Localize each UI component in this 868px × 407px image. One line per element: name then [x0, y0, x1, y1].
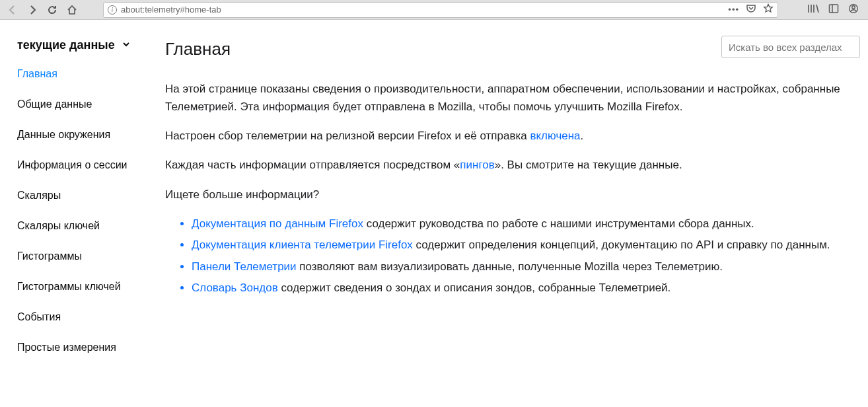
intro-paragraph: На этой странице показаны сведения о про…: [165, 81, 861, 116]
bookmark-star-icon[interactable]: [763, 3, 774, 16]
back-button[interactable]: [4, 2, 21, 18]
sidebar-icon[interactable]: [828, 3, 839, 17]
home-button[interactable]: [63, 2, 81, 18]
more-info-heading: Ищете больше информации?: [165, 186, 861, 204]
pocket-icon[interactable]: [746, 3, 756, 16]
search-input[interactable]: [721, 36, 860, 58]
list-item: Словарь Зондов содержит сведения о зонда…: [192, 279, 861, 297]
page-body: текущие данные Главная Общие данные Данн…: [0, 20, 868, 407]
url-actions: •••: [728, 3, 774, 16]
svg-point-2: [852, 5, 855, 8]
upload-status-paragraph: Настроен сбор телеметрии на релизной вер…: [165, 128, 861, 145]
chevron-down-icon: [122, 38, 131, 52]
sidebar-item-scalars[interactable]: Скаляры: [17, 190, 152, 202]
pings-link[interactable]: пингов: [460, 159, 494, 171]
upload-enabled-link[interactable]: включена: [530, 130, 580, 142]
sidebar-header[interactable]: текущие данные: [17, 38, 152, 52]
sidebar-item-keyed-histograms[interactable]: Гистограммы ключей: [17, 281, 152, 293]
ellipsis-icon[interactable]: •••: [728, 5, 739, 15]
browser-toolbar: i about:telemetry#home-tab •••: [0, 0, 868, 20]
info-links-list: Документация по данным Firefox содержит …: [192, 215, 861, 297]
sidebar-item-home[interactable]: Главная: [17, 68, 152, 80]
list-item: Панели Телеметрии позволяют вам визуализ…: [192, 258, 861, 276]
sidebar-item-general[interactable]: Общие данные: [17, 98, 152, 110]
telemetry-dashboards-link[interactable]: Панели Телеметрии: [192, 260, 297, 273]
sidebar-item-environment[interactable]: Данные окружения: [17, 129, 152, 141]
reload-button[interactable]: [44, 2, 61, 18]
telemetry-client-docs-link[interactable]: Документация клиента телеметрии Firefox: [192, 239, 413, 251]
sidebar-item-histograms[interactable]: Гистограммы: [17, 250, 152, 262]
content-area: Главная На этой странице показаны сведен…: [152, 20, 868, 407]
sidebar-item-events[interactable]: События: [17, 311, 152, 323]
list-item: Документация по данным Firefox содержит …: [192, 215, 861, 233]
url-bar[interactable]: i about:telemetry#home-tab •••: [103, 2, 778, 18]
forward-button[interactable]: [24, 2, 41, 18]
sidebar: текущие данные Главная Общие данные Данн…: [0, 20, 152, 407]
list-item: Документация клиента телеметрии Firefox …: [192, 237, 861, 254]
toolbar-right-icons: [807, 3, 864, 17]
info-icon[interactable]: i: [108, 5, 117, 15]
sidebar-item-session[interactable]: Информация о сессии: [17, 159, 152, 171]
sidebar-item-simple-measurements[interactable]: Простые измерения: [17, 342, 152, 353]
svg-rect-0: [830, 5, 838, 13]
sidebar-item-keyed-scalars[interactable]: Скаляры ключей: [17, 220, 152, 232]
firefox-data-docs-link[interactable]: Документация по данным Firefox: [192, 217, 363, 230]
pings-paragraph: Каждая часть информации отправляется пос…: [165, 157, 861, 174]
probe-dictionary-link[interactable]: Словарь Зондов: [192, 281, 278, 294]
sidebar-header-label: текущие данные: [17, 38, 115, 52]
url-text: about:telemetry#home-tab: [121, 5, 221, 15]
account-icon[interactable]: [848, 3, 859, 17]
library-icon[interactable]: [807, 3, 819, 17]
